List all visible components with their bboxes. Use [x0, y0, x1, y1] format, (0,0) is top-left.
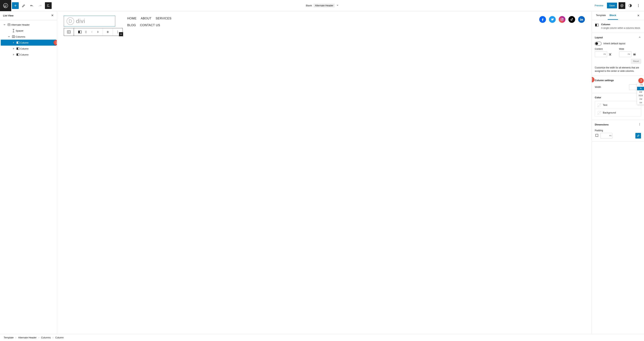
padding-input[interactable]: PX — [600, 133, 612, 139]
instagram-icon[interactable] — [559, 16, 566, 23]
tree-label: Columns — [16, 35, 56, 38]
unit-dropdown-menu: PX % EM REM VW VH — [637, 83, 644, 104]
breadcrumb-item[interactable]: Alternate Header — [18, 336, 36, 339]
svg-rect-19 — [17, 54, 18, 56]
tab-template[interactable]: Template — [594, 11, 608, 20]
social-column[interactable] — [539, 16, 585, 23]
svg-rect-43 — [633, 54, 636, 55]
tree-item-spacer[interactable]: Spacer — [1, 28, 56, 34]
svg-rect-3 — [47, 6, 50, 7]
drag-handle-icon[interactable] — [84, 30, 88, 34]
unit-option-vw[interactable]: VW — [637, 97, 644, 101]
move-right-button[interactable] — [96, 30, 100, 34]
svg-point-26 — [86, 32, 86, 32]
svg-rect-39 — [609, 53, 611, 54]
nav-link[interactable]: BLOG — [127, 23, 136, 27]
template-type: Blank — [306, 4, 312, 7]
content-width-input[interactable]: PX — [595, 51, 607, 57]
reset-button[interactable]: Reset — [631, 59, 641, 64]
chevron-down-icon[interactable] — [2, 23, 7, 26]
dimensions-options[interactable] — [638, 123, 641, 126]
twitter-icon[interactable] — [549, 16, 556, 23]
text-color-control[interactable]: Text — [595, 101, 641, 109]
edit-mode-button[interactable] — [20, 2, 27, 9]
chevron-right-icon[interactable] — [11, 47, 16, 50]
block-name: Column — [601, 23, 641, 26]
content-width-label: Content — [595, 48, 617, 50]
svg-point-31 — [118, 33, 118, 33]
dimensions-section-title: Dimensions — [595, 123, 609, 126]
selected-column-logo[interactable]: D divi + — [64, 16, 115, 26]
width-label: Width — [595, 86, 601, 88]
tree-label: Column — [20, 53, 56, 56]
svg-point-24 — [86, 31, 86, 31]
nav-link[interactable]: CONTACT US — [140, 23, 160, 27]
column-type-icon[interactable] — [66, 30, 71, 34]
color-swatch-empty — [597, 103, 601, 107]
styles-button[interactable] — [627, 2, 634, 9]
svg-rect-41 — [609, 55, 611, 55]
svg-rect-42 — [633, 53, 636, 54]
unit-option-percent[interactable]: % — [637, 87, 644, 90]
breadcrumb-item[interactable]: Columns — [41, 336, 51, 339]
content-align-icon[interactable] — [608, 51, 612, 57]
padding-sides-icon[interactable] — [595, 133, 599, 138]
nav-link[interactable]: HOME — [127, 17, 136, 20]
preview-button[interactable]: Preview — [592, 2, 606, 8]
layout-icon — [7, 23, 11, 26]
nav-link[interactable]: ABOUT — [141, 17, 152, 20]
add-inside-button[interactable] — [106, 30, 110, 34]
svg-point-28 — [86, 32, 86, 33]
linkedin-icon[interactable] — [578, 16, 585, 23]
collapse-icon[interactable] — [638, 36, 641, 39]
save-button[interactable]: Save — [607, 2, 617, 8]
parent-columns-icon[interactable] — [78, 30, 82, 34]
template-dropdown-caret[interactable] — [336, 4, 339, 7]
tab-block[interactable]: Block — [608, 11, 618, 20]
breadcrumb-item[interactable]: Template — [4, 336, 14, 339]
chevron-down-icon[interactable] — [7, 35, 11, 38]
chevron-right-icon[interactable] — [11, 53, 16, 56]
redo-button[interactable] — [37, 2, 44, 9]
wordpress-logo[interactable] — [0, 0, 11, 11]
close-inspector-button[interactable] — [635, 11, 642, 20]
nav-link[interactable]: SERVICES — [156, 17, 172, 20]
tree-item-column-selected[interactable]: Column 1 — [1, 40, 56, 46]
svg-point-36 — [580, 18, 581, 19]
unit-option-px[interactable]: PX — [637, 83, 644, 87]
more-options-button[interactable] — [635, 2, 642, 9]
svg-rect-10 — [12, 36, 15, 38]
link-sides-button[interactable] — [636, 133, 641, 139]
svg-point-30 — [118, 32, 118, 32]
tree-item-column[interactable]: Column — [1, 46, 56, 52]
close-list-view-button[interactable] — [51, 14, 54, 17]
tiktok-icon[interactable] — [568, 16, 575, 23]
facebook-icon[interactable] — [539, 16, 546, 23]
append-block-button[interactable]: + — [119, 32, 123, 36]
svg-point-47 — [639, 125, 640, 125]
unit-option-em[interactable]: EM — [637, 90, 644, 94]
undo-button[interactable] — [28, 2, 35, 9]
breadcrumb: Template› Alternate Header› Columns› Col… — [0, 334, 644, 341]
svg-rect-9 — [8, 24, 10, 26]
svg-rect-22 — [78, 31, 80, 33]
tree-item-columns[interactable]: Columns — [1, 34, 56, 40]
svg-point-7 — [638, 5, 639, 6]
inherit-layout-toggle[interactable] — [595, 42, 602, 45]
tree-item-alternate-header[interactable]: Alternate Header — [1, 22, 56, 28]
unit-option-vh[interactable]: VH — [637, 101, 644, 104]
chevron-right-icon[interactable] — [11, 41, 16, 44]
nav-column[interactable]: HOMEABOUTSERVICES BLOGCONTACT US — [127, 16, 172, 27]
template-name-badge[interactable]: Alternate Header — [314, 3, 335, 7]
annotation-marker-2: 2 — [592, 77, 594, 82]
settings-button[interactable] — [618, 2, 625, 9]
background-color-control[interactable]: Background — [595, 109, 641, 117]
wide-width-input[interactable]: PX — [619, 51, 632, 57]
add-block-button[interactable] — [12, 2, 19, 9]
breadcrumb-item[interactable]: Column — [55, 336, 64, 339]
tree-item-column[interactable]: Column — [1, 52, 56, 57]
list-view-toggle[interactable] — [45, 2, 52, 9]
wide-align-icon[interactable] — [632, 51, 637, 57]
unit-option-rem[interactable]: REM — [637, 94, 644, 97]
svg-point-46 — [639, 124, 640, 124]
